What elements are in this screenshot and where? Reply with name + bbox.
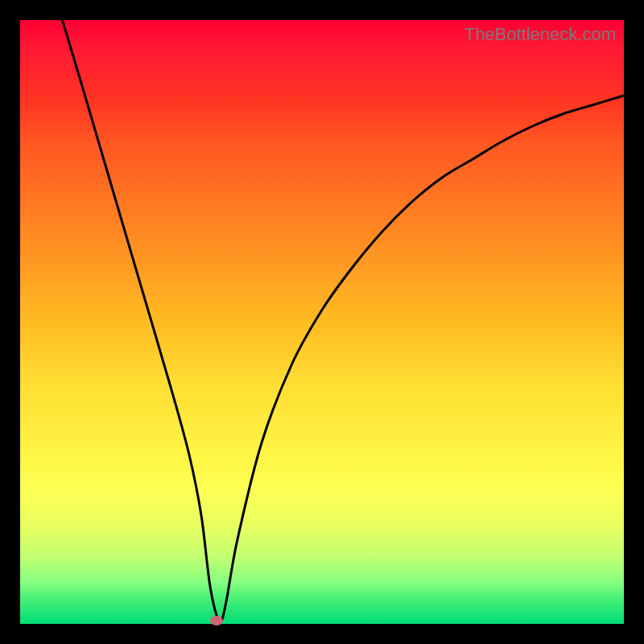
plot-area: TheBottleneck.com bbox=[20, 20, 624, 624]
minimum-marker bbox=[210, 616, 223, 625]
chart-container: TheBottleneck.com bbox=[0, 0, 644, 644]
watermark-text: TheBottleneck.com bbox=[464, 24, 616, 45]
curve-svg bbox=[20, 20, 624, 624]
bottleneck-curve-path bbox=[63, 20, 625, 621]
